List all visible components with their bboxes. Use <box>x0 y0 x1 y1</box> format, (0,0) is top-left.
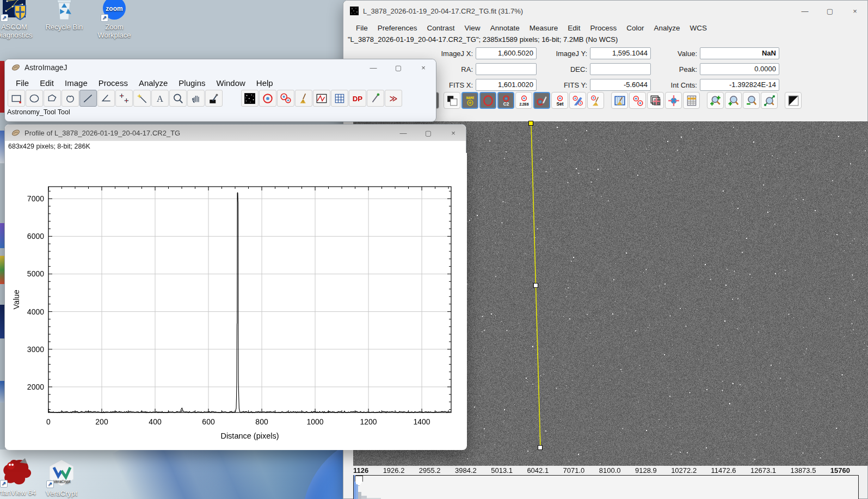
angle-tool[interactable] <box>97 90 115 107</box>
selection-middle-handle[interactable] <box>533 283 538 288</box>
minimize-button[interactable]: — <box>792 1 817 21</box>
menu-item[interactable]: Process <box>93 77 133 89</box>
menu-item[interactable]: Process <box>585 23 621 33</box>
aperture-set-icon[interactable]: Set <box>551 92 568 109</box>
menu-item[interactable]: Edit <box>34 77 59 89</box>
menu-item[interactable]: Plugins <box>173 77 211 89</box>
rectangle-select-tool[interactable] <box>8 90 25 107</box>
clear-overlay-tool[interactable] <box>295 90 312 107</box>
menu-item[interactable]: WCS <box>685 23 712 33</box>
menu-item[interactable]: Image <box>59 77 93 89</box>
desktop-icon-veracrypt[interactable]: VeraCrypt ↗ VeraCrypt <box>38 459 85 497</box>
multi-aperture-tool[interactable] <box>277 90 294 107</box>
menu-item[interactable]: Preferences <box>373 23 422 33</box>
histogram-scale-value: 15760 <box>830 466 850 475</box>
zoom-out-icon[interactable] <box>743 92 760 109</box>
invert-lut-icon[interactable] <box>785 92 802 109</box>
desktop-icon-ascom-diagnostics[interactable]: ↗ ASCOM Diagnostics <box>0 0 37 39</box>
selection-start-handle[interactable] <box>528 121 533 126</box>
astroimagej-icon <box>11 63 20 72</box>
hidden-icon-sliver <box>0 381 4 403</box>
aperture-name-icon[interactable]: NAME <box>461 92 478 109</box>
astronomy-tool[interactable] <box>241 90 258 107</box>
image-window-titlebar[interactable]: L_3878_2026-01-19_20-04-17.CR2_TG.fit (3… <box>343 1 867 21</box>
aperture-photometry-tool[interactable] <box>259 90 276 107</box>
menu-item[interactable]: File <box>10 77 34 89</box>
measurement-table-tool[interactable] <box>331 90 348 107</box>
zoom-fit-icon[interactable] <box>761 92 778 109</box>
maximize-button[interactable]: ▢ <box>386 59 411 76</box>
menu-item[interactable]: Edit <box>563 23 585 33</box>
multi-aperture-icon[interactable] <box>629 92 646 109</box>
menu-item[interactable]: Window <box>211 77 251 89</box>
align-stack-icon[interactable] <box>647 92 664 109</box>
more-tools[interactable]: ≫ <box>385 90 402 107</box>
minimize-button[interactable]: — <box>361 59 386 76</box>
oval-select-tool[interactable] <box>26 90 43 107</box>
desktop-icon-zoom-workplace[interactable]: zoom ↗ Zoom Workplace <box>91 0 137 39</box>
hidden-icon-sliver <box>0 223 4 248</box>
astroimagej-toolbar: ADP≫ <box>5 90 436 107</box>
text-tool[interactable]: A <box>151 90 169 107</box>
magnifier-tool[interactable] <box>169 90 187 107</box>
menu-item[interactable]: Contrast <box>422 23 460 33</box>
menu-item[interactable]: Annotate <box>485 23 525 33</box>
svg-text:A: A <box>157 93 163 103</box>
menu-item[interactable]: Measure <box>525 23 563 33</box>
readout-value: NaN <box>700 47 779 59</box>
aperture-value-icon[interactable]: 2.2E6 <box>515 92 532 109</box>
clear-overlay-icon[interactable] <box>611 92 628 109</box>
zoom-in-fast-icon[interactable] <box>707 92 724 109</box>
annotate-aperture-icon[interactable] <box>569 92 586 109</box>
point-tool[interactable] <box>115 90 133 107</box>
svg-text:600: 600 <box>202 417 215 426</box>
aperture-c2-icon[interactable]: C2 <box>497 92 514 109</box>
maximize-button[interactable]: ▢ <box>416 125 441 141</box>
freehand-select-tool[interactable] <box>61 90 79 107</box>
histogram-scale-value: 3984.2 <box>455 466 477 475</box>
histogram-scale-value: 11472.6 <box>711 466 736 475</box>
centroid-icon[interactable] <box>665 92 682 109</box>
hidden-icon-sliver <box>0 305 4 338</box>
menu-item[interactable]: Analyze <box>649 23 685 33</box>
menu-item[interactable]: Analyze <box>133 77 173 89</box>
delete-aperture-icon[interactable] <box>587 92 604 109</box>
aperture-ellipse-icon[interactable] <box>479 92 496 109</box>
desktop-icon-irfanview[interactable]: ↗ IrfanView 64 <box>0 457 44 497</box>
aperture-edit-icon[interactable] <box>533 92 550 109</box>
profile-window-titlebar[interactable]: Profile of L_3878_2026-01-19_20-04-17.CR… <box>5 125 466 141</box>
line-select-tool[interactable] <box>79 90 97 107</box>
close-button[interactable]: × <box>411 59 436 76</box>
close-button[interactable]: × <box>842 1 867 21</box>
veracrypt-icon: VeraCrypt ↗ <box>47 459 76 487</box>
close-button[interactable]: × <box>441 125 466 141</box>
svg-text:Distance (pixels): Distance (pixels) <box>220 432 279 440</box>
menu-item[interactable]: Color <box>621 23 649 33</box>
svg-text:6000: 6000 <box>27 232 44 241</box>
zoom-in-icon[interactable] <box>725 92 742 109</box>
svg-text:1200: 1200 <box>360 417 377 426</box>
menu-item[interactable]: View <box>460 23 485 33</box>
measurement-table-icon[interactable] <box>683 92 700 109</box>
maximize-button[interactable]: ▢ <box>817 1 842 21</box>
menu-item[interactable]: File <box>351 23 373 33</box>
desktop-icon-recycle-bin[interactable]: Recycle Bin <box>41 0 87 31</box>
selection-end-handle[interactable] <box>538 445 543 450</box>
hidden-icon-sliver <box>0 256 4 284</box>
data-processor-tool[interactable]: DP <box>349 90 366 107</box>
astroimagej-titlebar[interactable]: AstroImageJ — ▢ × <box>5 59 436 76</box>
measure-tool[interactable] <box>367 90 384 107</box>
color-picker-tool[interactable] <box>205 90 223 107</box>
contrast-icon[interactable] <box>444 92 460 109</box>
histogram-scale-value: 6042.1 <box>527 466 549 475</box>
svg-text:1400: 1400 <box>414 417 430 426</box>
polygon-select-tool[interactable] <box>44 90 61 107</box>
readout-label: DEC: <box>539 65 587 73</box>
readout-value: 0.0000 <box>700 63 779 75</box>
align-stack-tool[interactable] <box>313 90 330 107</box>
hand-tool[interactable] <box>187 90 205 107</box>
menu-item[interactable]: Help <box>251 77 279 89</box>
minimize-button[interactable]: — <box>391 125 416 141</box>
readout-label: ImageJ Y: <box>539 50 587 58</box>
wand-tool[interactable] <box>133 90 151 107</box>
